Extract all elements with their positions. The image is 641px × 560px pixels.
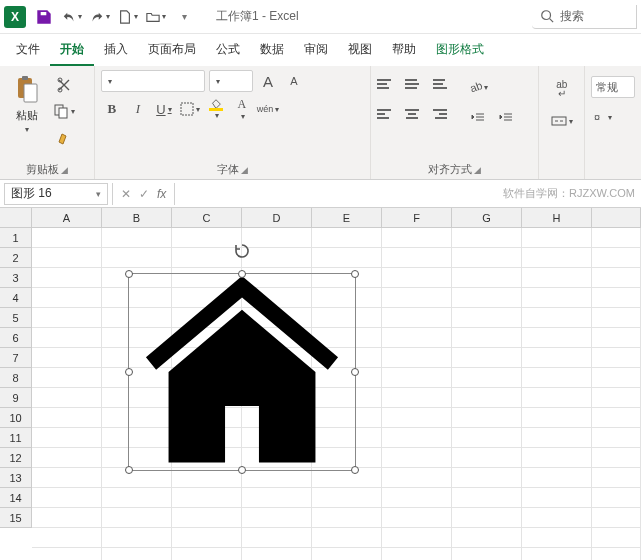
row-headers[interactable]: 1 2 3 4 5 6 7 8 9 10 11 12 13 14 15 bbox=[0, 228, 32, 528]
brush-icon bbox=[56, 129, 72, 145]
alignment-launcher[interactable]: ◢ bbox=[474, 165, 481, 175]
col-header[interactable]: E bbox=[312, 208, 382, 228]
merge-center-button[interactable] bbox=[551, 110, 573, 132]
resize-handle-br[interactable] bbox=[351, 466, 359, 474]
row-header[interactable]: 2 bbox=[0, 248, 32, 268]
align-left-button[interactable] bbox=[377, 106, 399, 122]
tab-help[interactable]: 帮助 bbox=[382, 35, 426, 66]
col-header[interactable]: F bbox=[382, 208, 452, 228]
tab-page-layout[interactable]: 页面布局 bbox=[138, 35, 206, 66]
tab-review[interactable]: 审阅 bbox=[294, 35, 338, 66]
qat-overflow-button[interactable]: ▾ bbox=[172, 5, 196, 29]
col-header[interactable]: C bbox=[172, 208, 242, 228]
save-button[interactable] bbox=[32, 5, 56, 29]
tab-formulas[interactable]: 公式 bbox=[206, 35, 250, 66]
col-header[interactable] bbox=[592, 208, 641, 228]
resize-handle-mr[interactable] bbox=[351, 368, 359, 376]
tab-data[interactable]: 数据 bbox=[250, 35, 294, 66]
rotate-handle[interactable] bbox=[233, 242, 251, 260]
font-name-select[interactable] bbox=[101, 70, 205, 92]
bold-button[interactable]: B bbox=[101, 98, 123, 120]
col-header[interactable]: B bbox=[102, 208, 172, 228]
currency-button[interactable]: ¤ bbox=[591, 106, 613, 128]
confirm-formula-button[interactable]: ✓ bbox=[139, 187, 149, 201]
row-header[interactable]: 12 bbox=[0, 448, 32, 468]
col-header[interactable]: D bbox=[242, 208, 312, 228]
row-header[interactable]: 13 bbox=[0, 468, 32, 488]
row-header[interactable]: 5 bbox=[0, 308, 32, 328]
fill-color-button[interactable] bbox=[205, 98, 227, 120]
tab-home[interactable]: 开始 bbox=[50, 35, 94, 66]
merge-icon bbox=[551, 114, 567, 128]
resize-handle-tl[interactable] bbox=[125, 270, 133, 278]
row-header[interactable]: 11 bbox=[0, 428, 32, 448]
fx-button[interactable]: fx bbox=[157, 187, 166, 201]
svg-rect-11 bbox=[552, 117, 566, 125]
row-header[interactable]: 10 bbox=[0, 408, 32, 428]
underline-button[interactable]: U bbox=[153, 98, 175, 120]
resize-handle-bl[interactable] bbox=[125, 466, 133, 474]
number-format-select[interactable]: 常规 bbox=[591, 76, 635, 98]
row-header[interactable]: 3 bbox=[0, 268, 32, 288]
paste-button[interactable]: 粘贴 ▾ bbox=[6, 70, 48, 134]
orientation-button[interactable]: ab bbox=[467, 76, 489, 98]
worksheet-grid[interactable]: A B C D E F G H 1 2 3 4 5 6 7 8 9 10 11 … bbox=[0, 208, 641, 560]
new-file-button[interactable] bbox=[116, 5, 140, 29]
increase-indent-button[interactable] bbox=[495, 106, 517, 128]
col-header[interactable]: G bbox=[452, 208, 522, 228]
search-input[interactable]: 搜索 bbox=[532, 5, 637, 29]
row-header[interactable]: 8 bbox=[0, 368, 32, 388]
orientation-icon: ab bbox=[468, 80, 482, 94]
col-header[interactable]: H bbox=[522, 208, 592, 228]
redo-button[interactable] bbox=[88, 5, 112, 29]
undo-button[interactable] bbox=[60, 5, 84, 29]
clipboard-launcher[interactable]: ◢ bbox=[61, 165, 68, 175]
decrease-indent-button[interactable] bbox=[467, 106, 489, 128]
tab-view[interactable]: 视图 bbox=[338, 35, 382, 66]
phonetic-button[interactable]: wén bbox=[257, 98, 279, 120]
align-middle-button[interactable] bbox=[405, 76, 427, 92]
cancel-formula-button[interactable]: ✕ bbox=[121, 187, 131, 201]
font-color-button[interactable]: A bbox=[231, 98, 253, 120]
alignment-group-label: 对齐方式 bbox=[428, 162, 472, 177]
open-file-button[interactable] bbox=[144, 5, 168, 29]
row-header[interactable]: 7 bbox=[0, 348, 32, 368]
tab-file[interactable]: 文件 bbox=[6, 35, 50, 66]
resize-handle-bc[interactable] bbox=[238, 466, 246, 474]
col-header[interactable]: A bbox=[32, 208, 102, 228]
resize-handle-tc[interactable] bbox=[238, 270, 246, 278]
tab-shape-format[interactable]: 图形格式 bbox=[426, 35, 494, 66]
row-header[interactable]: 4 bbox=[0, 288, 32, 308]
tab-insert[interactable]: 插入 bbox=[94, 35, 138, 66]
font-size-select[interactable] bbox=[209, 70, 253, 92]
align-right-button[interactable] bbox=[433, 106, 455, 122]
border-button[interactable] bbox=[179, 98, 201, 120]
wrap-text-button[interactable]: ab↵ bbox=[551, 78, 573, 100]
excel-app-icon: X bbox=[4, 6, 26, 28]
cut-button[interactable] bbox=[52, 74, 76, 96]
row-header[interactable]: 6 bbox=[0, 328, 32, 348]
resize-handle-ml[interactable] bbox=[125, 368, 133, 376]
italic-button[interactable]: I bbox=[127, 98, 149, 120]
align-top-button[interactable] bbox=[377, 76, 399, 92]
row-header[interactable]: 1 bbox=[0, 228, 32, 248]
clipboard-group-label: 剪贴板 bbox=[26, 162, 59, 177]
name-box[interactable]: 图形 16 ▾ bbox=[4, 183, 108, 205]
select-all-corner[interactable] bbox=[0, 208, 32, 228]
selected-shape[interactable] bbox=[128, 273, 356, 471]
decrease-font-button[interactable]: A bbox=[283, 70, 305, 92]
row-header[interactable]: 9 bbox=[0, 388, 32, 408]
copy-button[interactable] bbox=[52, 100, 76, 122]
resize-handle-tr[interactable] bbox=[351, 270, 359, 278]
formula-input[interactable]: 软件自学网：RJZXW.COM bbox=[175, 183, 641, 205]
format-painter-button[interactable] bbox=[52, 126, 76, 148]
row-header[interactable]: 15 bbox=[0, 508, 32, 528]
copy-icon bbox=[53, 103, 69, 119]
align-center-button[interactable] bbox=[405, 106, 427, 122]
align-bottom-button[interactable] bbox=[433, 76, 455, 92]
column-headers[interactable]: A B C D E F G H bbox=[32, 208, 641, 228]
font-launcher[interactable]: ◢ bbox=[241, 165, 248, 175]
ribbon: 粘贴 ▾ 剪贴板◢ A A bbox=[0, 66, 641, 180]
increase-font-button[interactable]: A bbox=[257, 70, 279, 92]
row-header[interactable]: 14 bbox=[0, 488, 32, 508]
